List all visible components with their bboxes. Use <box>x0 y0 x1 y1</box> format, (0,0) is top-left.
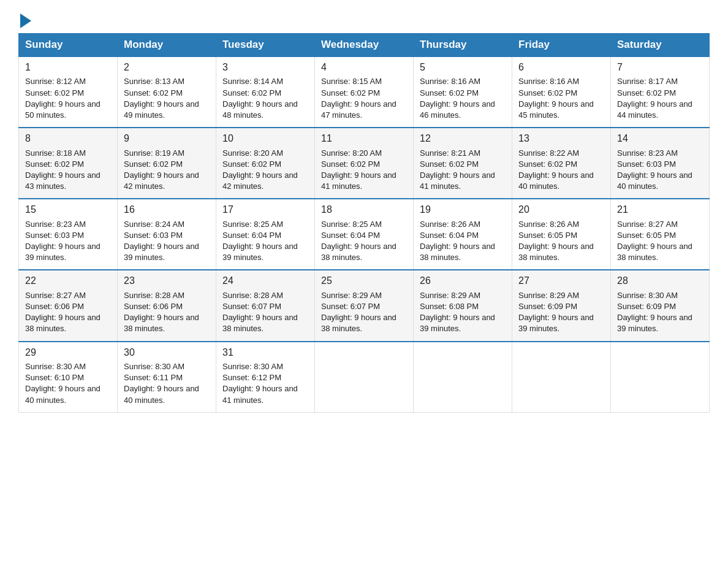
calendar-cell: 9Sunrise: 8:19 AMSunset: 6:02 PMDaylight… <box>118 128 216 199</box>
calendar-cell: 31Sunrise: 8:30 AMSunset: 6:12 PMDayligh… <box>216 342 315 413</box>
calendar-cell: 25Sunrise: 8:29 AMSunset: 6:07 PMDayligh… <box>315 270 414 341</box>
day-number: 29 <box>25 346 111 359</box>
calendar-cell: 13Sunrise: 8:22 AMSunset: 6:02 PMDayligh… <box>512 128 611 199</box>
calendar-cell: 16Sunrise: 8:24 AMSunset: 6:03 PMDayligh… <box>118 199 216 270</box>
weekday-header-friday: Friday <box>512 34 611 57</box>
calendar-cell: 10Sunrise: 8:20 AMSunset: 6:02 PMDayligh… <box>216 128 315 199</box>
header <box>18 12 710 27</box>
calendar-cell: 4Sunrise: 8:15 AMSunset: 6:02 PMDaylight… <box>315 56 414 128</box>
day-number: 5 <box>420 61 506 74</box>
calendar-cell <box>315 342 414 413</box>
day-number: 12 <box>420 132 506 145</box>
calendar-cell: 30Sunrise: 8:30 AMSunset: 6:11 PMDayligh… <box>118 342 216 413</box>
day-number: 19 <box>420 203 506 216</box>
calendar-cell: 14Sunrise: 8:23 AMSunset: 6:03 PMDayligh… <box>611 128 710 199</box>
calendar-cell: 7Sunrise: 8:17 AMSunset: 6:02 PMDaylight… <box>611 56 710 128</box>
calendar-cell: 23Sunrise: 8:28 AMSunset: 6:06 PMDayligh… <box>118 270 216 341</box>
calendar-cell <box>414 342 512 413</box>
day-number: 30 <box>124 346 210 359</box>
logo <box>18 12 31 27</box>
day-number: 17 <box>222 203 308 216</box>
day-number: 10 <box>222 132 308 145</box>
day-number: 8 <box>25 132 111 145</box>
calendar-cell: 29Sunrise: 8:30 AMSunset: 6:10 PMDayligh… <box>19 342 118 413</box>
calendar-cell <box>611 342 710 413</box>
calendar-week-row: 1Sunrise: 8:12 AMSunset: 6:02 PMDaylight… <box>19 56 710 128</box>
calendar-cell: 2Sunrise: 8:13 AMSunset: 6:02 PMDaylight… <box>118 56 216 128</box>
calendar-cell: 26Sunrise: 8:29 AMSunset: 6:08 PMDayligh… <box>414 270 512 341</box>
calendar-cell: 24Sunrise: 8:28 AMSunset: 6:07 PMDayligh… <box>216 270 315 341</box>
day-number: 25 <box>321 274 407 288</box>
day-number: 18 <box>321 203 407 216</box>
day-number: 31 <box>222 346 308 359</box>
weekday-header-monday: Monday <box>118 34 216 57</box>
calendar-cell: 3Sunrise: 8:14 AMSunset: 6:02 PMDaylight… <box>216 56 315 128</box>
day-number: 9 <box>124 132 210 145</box>
calendar-cell: 17Sunrise: 8:25 AMSunset: 6:04 PMDayligh… <box>216 199 315 270</box>
day-number: 11 <box>321 132 407 145</box>
day-number: 26 <box>420 274 506 288</box>
day-number: 24 <box>222 274 308 288</box>
calendar-cell: 1Sunrise: 8:12 AMSunset: 6:02 PMDaylight… <box>19 56 118 128</box>
weekday-header-tuesday: Tuesday <box>216 34 315 57</box>
weekday-header-thursday: Thursday <box>414 34 512 57</box>
day-number: 4 <box>321 61 407 74</box>
calendar-cell: 12Sunrise: 8:21 AMSunset: 6:02 PMDayligh… <box>414 128 512 199</box>
day-number: 14 <box>617 132 703 145</box>
weekday-header-wednesday: Wednesday <box>315 34 414 57</box>
calendar-week-row: 15Sunrise: 8:23 AMSunset: 6:03 PMDayligh… <box>19 199 710 270</box>
calendar-cell <box>512 342 611 413</box>
day-number: 21 <box>617 203 703 216</box>
calendar-cell: 19Sunrise: 8:26 AMSunset: 6:04 PMDayligh… <box>414 199 512 270</box>
weekday-header-saturday: Saturday <box>611 34 710 57</box>
calendar-cell: 5Sunrise: 8:16 AMSunset: 6:02 PMDaylight… <box>414 56 512 128</box>
calendar-week-row: 29Sunrise: 8:30 AMSunset: 6:10 PMDayligh… <box>19 342 710 413</box>
calendar-cell: 21Sunrise: 8:27 AMSunset: 6:05 PMDayligh… <box>611 199 710 270</box>
day-number: 16 <box>124 203 210 216</box>
calendar-cell: 11Sunrise: 8:20 AMSunset: 6:02 PMDayligh… <box>315 128 414 199</box>
day-number: 15 <box>25 203 111 216</box>
day-number: 1 <box>25 61 111 74</box>
day-number: 7 <box>617 61 703 74</box>
day-number: 2 <box>124 61 210 74</box>
day-number: 13 <box>518 132 604 145</box>
calendar-cell: 27Sunrise: 8:29 AMSunset: 6:09 PMDayligh… <box>512 270 611 341</box>
day-number: 20 <box>518 203 604 216</box>
day-number: 6 <box>518 61 604 74</box>
calendar-cell: 18Sunrise: 8:25 AMSunset: 6:04 PMDayligh… <box>315 199 414 270</box>
logo-arrow-icon <box>20 13 31 28</box>
calendar-cell: 6Sunrise: 8:16 AMSunset: 6:02 PMDaylight… <box>512 56 611 128</box>
calendar-week-row: 8Sunrise: 8:18 AMSunset: 6:02 PMDaylight… <box>19 128 710 199</box>
calendar-table: SundayMondayTuesdayWednesdayThursdayFrid… <box>18 33 710 413</box>
day-number: 3 <box>222 61 308 74</box>
day-number: 23 <box>124 274 210 288</box>
day-number: 22 <box>25 274 111 288</box>
weekday-header-row: SundayMondayTuesdayWednesdayThursdayFrid… <box>19 34 710 57</box>
calendar-week-row: 22Sunrise: 8:27 AMSunset: 6:06 PMDayligh… <box>19 270 710 341</box>
calendar-cell: 8Sunrise: 8:18 AMSunset: 6:02 PMDaylight… <box>19 128 118 199</box>
calendar-cell: 15Sunrise: 8:23 AMSunset: 6:03 PMDayligh… <box>19 199 118 270</box>
calendar-cell: 22Sunrise: 8:27 AMSunset: 6:06 PMDayligh… <box>19 270 118 341</box>
day-number: 27 <box>518 274 604 288</box>
calendar-cell: 28Sunrise: 8:30 AMSunset: 6:09 PMDayligh… <box>611 270 710 341</box>
day-number: 28 <box>617 274 703 288</box>
weekday-header-sunday: Sunday <box>19 34 118 57</box>
calendar-cell: 20Sunrise: 8:26 AMSunset: 6:05 PMDayligh… <box>512 199 611 270</box>
